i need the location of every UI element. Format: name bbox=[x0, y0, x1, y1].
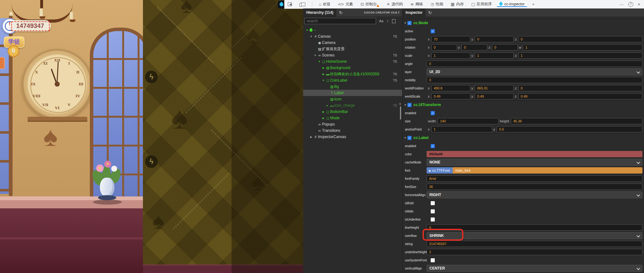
checkbox-enabled[interactable]: ✓ bbox=[431, 144, 435, 148]
charge-icon[interactable]: ϟ bbox=[145, 155, 158, 168]
input-size-width[interactable]: 140 bbox=[438, 118, 499, 124]
tab-console[interactable]: ⊡控制台 bbox=[358, 2, 381, 7]
hierarchy-node-Icon[interactable]: ▨Icon bbox=[303, 96, 402, 102]
tab-sources[interactable]: ✳源代码 bbox=[385, 2, 405, 7]
input-mobility[interactable]: 0 bbox=[427, 77, 642, 83]
input-rotation-w[interactable]: 1 bbox=[523, 44, 642, 51]
tab-welcome[interactable]: ⌂欢迎 bbox=[317, 2, 333, 7]
expand-down-icon[interactable]: ▼ bbox=[305, 29, 309, 32]
expand-down-icon[interactable]: ▼ bbox=[317, 60, 321, 63]
collapse-icon[interactable]: ▼ bbox=[402, 104, 407, 106]
expand-right-icon[interactable]: ▶ bbox=[309, 136, 313, 138]
tab-new-tab[interactable]: + bbox=[530, 2, 537, 7]
asset-value[interactable]: main_font bbox=[453, 167, 642, 174]
hierarchy-node-CoinLabel[interactable]: ▼◻CoinLabelTS bbox=[303, 77, 402, 83]
help-button[interactable]: ? bbox=[628, 2, 633, 7]
charge-icon[interactable]: ϟ bbox=[145, 71, 158, 83]
input-position-z[interactable]: 0 bbox=[518, 36, 643, 42]
input-anchorPoint-x[interactable]: 1 bbox=[431, 126, 492, 132]
collapse-icon[interactable]: ▼ bbox=[402, 136, 407, 139]
component-enabled-checkbox[interactable]: ✓ bbox=[407, 21, 412, 25]
checkbox-isUnderline[interactable] bbox=[431, 217, 435, 222]
refresh-icon[interactable]: ↻ bbox=[336, 10, 345, 15]
expand-right-icon[interactable]: ▶ bbox=[325, 104, 330, 107]
expand-right-icon[interactable]: ▶ bbox=[321, 110, 325, 113]
hierarchy-node-Background[interactable]: ▶▨Background bbox=[303, 65, 402, 71]
tab-memory[interactable]: ▦内存 bbox=[449, 2, 466, 7]
expand-right-icon[interactable]: ▶ bbox=[321, 67, 325, 69]
input-string[interactable]: 214749347 bbox=[427, 241, 642, 247]
hierarchy-node-Scenes[interactable]: ▼∞ScenesTS bbox=[303, 52, 402, 58]
hierarchy-node-Mode[interactable]: ▶◻Mode bbox=[303, 115, 402, 121]
input-worldScale-x[interactable]: 0.49 bbox=[431, 93, 470, 99]
input-size-height[interactable]: 45.36 bbox=[511, 118, 642, 124]
checkbox-isBold[interactable] bbox=[431, 201, 435, 205]
expand-down-icon[interactable]: ▼ bbox=[313, 54, 317, 57]
regex-button[interactable]: / bbox=[387, 19, 388, 23]
scrollbar-thumb[interactable] bbox=[400, 106, 401, 120]
hierarchy-node-icon_charge[interactable]: ▶▬icon_chargeTS bbox=[303, 102, 402, 109]
input-scale-y[interactable]: 1 bbox=[475, 52, 514, 59]
match-case-button[interactable]: Aa bbox=[379, 19, 383, 23]
tab-device-toolbar[interactable] bbox=[297, 3, 308, 6]
component-enabled-checkbox[interactable]: ✓ bbox=[407, 136, 412, 140]
expand-down-icon[interactable]: ▼ bbox=[321, 79, 325, 82]
expand-down-icon[interactable]: ▼ bbox=[309, 35, 313, 38]
expand-right-icon[interactable]: ▶ bbox=[321, 117, 325, 120]
select-verticalAlign[interactable]: CENTER bbox=[427, 265, 642, 272]
copy-icon[interactable] bbox=[392, 19, 396, 23]
input-position-y[interactable]: 0 bbox=[475, 36, 514, 42]
hierarchy-node-HomeScene[interactable]: ▼◻HomeSceneTS bbox=[303, 58, 402, 65]
side-drawer-tab[interactable] bbox=[0, 57, 5, 69]
expand-right-icon[interactable]: ▶ bbox=[321, 73, 325, 76]
scrollbar-arrow-icon[interactable]: ▼ bbox=[399, 103, 401, 106]
hierarchy-node-−[interactable]: ▼− bbox=[303, 27, 402, 33]
tab-cc-inspector[interactable]: cc-inspector bbox=[497, 2, 527, 7]
input-worldPosition-x[interactable]: 490.8 bbox=[431, 85, 470, 91]
tab-performance[interactable]: ◷性能 bbox=[428, 2, 445, 7]
hierarchy-node-扩展填充背景[interactable]: ▨扩展填充背景 bbox=[303, 46, 402, 52]
search-input[interactable] bbox=[304, 18, 376, 24]
input-rotation-y[interactable]: 0 bbox=[461, 44, 487, 51]
input-fontSize[interactable]: 36 bbox=[427, 184, 642, 190]
input-anchorPoint-y[interactable]: 0.5 bbox=[497, 126, 642, 132]
component-enabled-checkbox[interactable]: ✓ bbox=[407, 103, 412, 107]
checkbox-isItalic[interactable] bbox=[431, 209, 435, 213]
tab-network[interactable]: ≋网络 bbox=[408, 2, 425, 7]
hierarchy-node-Canvas[interactable]: ▼#CanvasTS bbox=[303, 33, 402, 40]
hierarchy-node-Popups[interactable]: ∞Popups bbox=[303, 121, 402, 127]
hierarchy-node-Camera[interactable]: ◉Camera bbox=[303, 40, 402, 46]
select-horizontalAlign[interactable]: RIGHT bbox=[427, 191, 642, 198]
input-worldPosition-y[interactable]: 865.91 bbox=[475, 85, 514, 91]
tab-inspect-element[interactable] bbox=[286, 2, 294, 6]
hierarchy-node-BottomBar[interactable]: ▶◻BottomBar bbox=[303, 109, 402, 115]
input-scale-z[interactable]: 1 bbox=[518, 52, 643, 59]
input-worldScale-z[interactable]: 0.49 bbox=[518, 93, 643, 99]
close-devtools-button[interactable]: × bbox=[638, 2, 640, 7]
more-options-button[interactable]: ⋯ bbox=[619, 2, 624, 7]
checkbox-enabled[interactable]: ✓ bbox=[431, 111, 435, 115]
input-fontFamily[interactable]: Arial bbox=[427, 175, 642, 182]
tab-elements[interactable]: </>元素 bbox=[336, 2, 355, 7]
input-rotation-z[interactable]: 0 bbox=[492, 44, 518, 51]
hierarchy-node-InspectorCanvas[interactable]: ▶#InspectorCanvas bbox=[303, 134, 402, 140]
checkbox-useSystemFont[interactable] bbox=[431, 258, 435, 262]
input-position-x[interactable]: 70 bbox=[431, 36, 470, 42]
input-worldScale-y[interactable]: 0.49 bbox=[475, 93, 514, 99]
hierarchy-node-Transitions[interactable]: ∞Transitions bbox=[303, 127, 402, 134]
color-swatch[interactable]: #934a49 bbox=[427, 151, 642, 157]
input-angle[interactable]: 0 bbox=[427, 61, 642, 67]
input-underlineHeight[interactable]: 2 bbox=[427, 249, 642, 255]
select-cacheMode[interactable]: NONE bbox=[427, 159, 642, 166]
checkbox-active[interactable]: ✓ bbox=[431, 29, 435, 33]
refresh-icon[interactable]: ↻ bbox=[426, 10, 434, 15]
input-scale-x[interactable]: 1 bbox=[431, 52, 470, 59]
hierarchy-node-Label[interactable]: TLabel bbox=[303, 90, 402, 96]
collapse-icon[interactable]: ▼ bbox=[402, 22, 407, 24]
hierarchy-node-Bg[interactable]: ▨Bg bbox=[303, 83, 402, 90]
input-worldPosition-z[interactable]: 0 bbox=[518, 85, 643, 91]
hierarchy-node-特别稀有的小丑鱼#10003359[interactable]: ▶▬特别稀有的小丑鱼#10003359TS bbox=[303, 71, 402, 77]
input-rotation-x[interactable]: 0 bbox=[431, 44, 457, 51]
asset-type-chip[interactable]: ◈cc.TTFFont bbox=[427, 167, 453, 174]
select-layer[interactable]: UI_2D bbox=[427, 68, 642, 75]
